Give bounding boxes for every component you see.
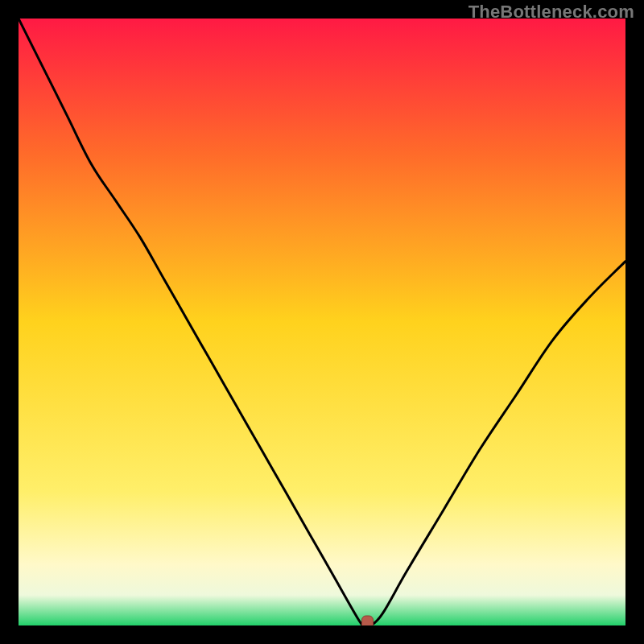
optimum-marker — [362, 616, 374, 625]
gradient-background — [19, 19, 625, 625]
plot-svg — [19, 19, 625, 625]
bottleneck-plot — [19, 19, 625, 625]
chart-frame: TheBottleneck.com — [0, 0, 644, 644]
